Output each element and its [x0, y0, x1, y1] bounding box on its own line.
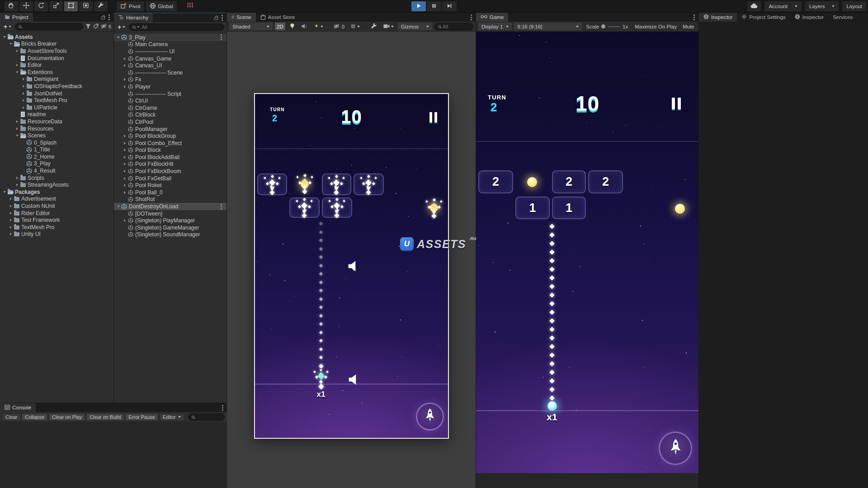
tree-item-pool-roket[interactable]: Pool Roket: [114, 182, 226, 189]
expand-arrow-icon[interactable]: [14, 120, 19, 123]
tree-item-2-home[interactable]: 2_Home: [0, 153, 113, 160]
expand-arrow-icon[interactable]: [122, 156, 127, 159]
kebab-menu-icon[interactable]: [693, 17, 695, 18]
expand-arrow-icon[interactable]: [122, 163, 127, 165]
expand-arrow-icon[interactable]: [21, 99, 26, 102]
expand-arrow-icon[interactable]: [122, 85, 127, 88]
tree-item-pool-ball-0[interactable]: Pool Ball_0: [114, 189, 226, 196]
kebab-menu-icon[interactable]: [108, 17, 110, 18]
console-clear-on-play-button[interactable]: Clear on Play: [49, 413, 85, 421]
expand-arrow-icon[interactable]: [8, 205, 13, 207]
tree-item-extentions[interactable]: Extentions: [0, 69, 113, 76]
tree-item-streamingassets[interactable]: StreamingAssets: [0, 181, 113, 188]
pause-playmode-button[interactable]: [427, 1, 441, 11]
tree-item-bricks-breaker[interactable]: Bricks Breaker: [0, 41, 113, 48]
expand-arrow-icon[interactable]: [2, 191, 7, 193]
expand-arrow-icon[interactable]: [14, 64, 19, 66]
tree-item-poolmanager[interactable]: PoolManager: [114, 126, 226, 133]
tab-console[interactable]: Console: [0, 403, 36, 412]
expand-arrow-icon[interactable]: [14, 177, 19, 179]
tab-services[interactable]: Services: [828, 13, 857, 22]
global-toggle-button[interactable]: Global: [146, 1, 177, 11]
tree-item-unity-ui[interactable]: Unity UI: [0, 231, 113, 238]
expand-arrow-icon[interactable]: [122, 184, 127, 187]
play-button[interactable]: [411, 1, 426, 11]
kebab-menu-icon[interactable]: [471, 17, 472, 18]
expand-arrow-icon[interactable]: [122, 177, 127, 180]
tab-asset-store[interactable]: Asset Store: [256, 13, 299, 22]
tool-custom-button[interactable]: [94, 1, 108, 11]
tree-item-dotween[interactable]: [DOTween]: [114, 210, 226, 217]
tool-hand-button[interactable]: [5, 1, 18, 11]
tree-item-ui[interactable]: ------------------ UI: [114, 48, 226, 55]
expand-arrow-icon[interactable]: [14, 71, 19, 73]
tab-hierarchy[interactable]: Hierarchy: [114, 13, 153, 22]
mute-audio-toggle[interactable]: Mute: [681, 23, 696, 30]
game-pause-button[interactable]: [672, 98, 681, 109]
lock-icon[interactable]: [101, 17, 105, 19]
expand-arrow-icon[interactable]: [8, 219, 13, 221]
step-button[interactable]: [442, 1, 457, 11]
expand-arrow-icon[interactable]: [8, 43, 13, 45]
console-clear-on-build-button[interactable]: Clear on Build: [86, 413, 124, 421]
hidden-count-button[interactable]: 6: [101, 23, 111, 31]
maximize-on-play-toggle[interactable]: Maximize On Play: [633, 23, 679, 30]
tree-item-custom-nunit[interactable]: Custom NUnit: [0, 202, 113, 210]
tab-scene[interactable]: # Scene: [227, 13, 256, 22]
tool-transform-button[interactable]: [79, 1, 93, 11]
toggle-2d-button[interactable]: 2D: [275, 23, 285, 30]
layout-dropdown[interactable]: Layout: [842, 1, 866, 11]
expand-arrow-icon[interactable]: [14, 50, 19, 52]
console-error-pause-button[interactable]: Error Pause: [125, 413, 158, 421]
expand-arrow-icon[interactable]: [8, 226, 13, 229]
console-clear-button[interactable]: Clear: [2, 413, 20, 421]
expand-arrow-icon[interactable]: [122, 57, 127, 60]
expand-arrow-icon[interactable]: [122, 142, 127, 145]
tab-inspector[interactable]: Inspector: [699, 13, 737, 22]
tree-item-dontdestroyonload[interactable]: DontDestroyOnLoad: [114, 203, 226, 210]
aspect-ratio-dropdown[interactable]: 9:16 (9:16): [514, 23, 582, 30]
cloud-services-button[interactable]: [747, 1, 761, 11]
tree-item-0-splash[interactable]: 0_Splash: [0, 139, 113, 146]
pivot-toggle-button[interactable]: Pivot: [117, 1, 144, 11]
expand-arrow-icon[interactable]: [116, 37, 121, 38]
tree-item-fx[interactable]: Fx: [114, 76, 226, 84]
effects-dropdown[interactable]: [312, 23, 325, 30]
console-editor-dropdown[interactable]: Editor: [160, 413, 184, 421]
rocket-button[interactable]: [659, 432, 692, 465]
tree-item-uiparticle[interactable]: UIParticle: [0, 104, 113, 111]
tab-project[interactable]: Project: [0, 13, 33, 22]
tool-scale-button[interactable]: [49, 1, 63, 11]
tree-item-ctrgame[interactable]: CtrGame: [114, 104, 226, 112]
tree-item-advertisement[interactable]: Advertisement: [0, 196, 113, 203]
expand-arrow-icon[interactable]: [122, 170, 127, 173]
tree-item-script[interactable]: ----------------- Script: [114, 90, 226, 98]
expand-arrow-icon[interactable]: [122, 78, 127, 81]
expand-arrow-icon[interactable]: [14, 183, 19, 186]
tree-item-1-title[interactable]: 1_Title: [0, 146, 113, 154]
search-by-label-icon[interactable]: [93, 23, 99, 31]
scene-lighting-toggle[interactable]: [288, 23, 297, 30]
tree-item-singleton-gamemanager[interactable]: (Singleton) GameManager: [114, 224, 226, 231]
tree-item-pool-blockgroup[interactable]: Pool BlockGroup: [114, 132, 226, 140]
tree-item-assetstoretools[interactable]: AssetStoreTools: [0, 47, 113, 55]
tree-item-packages[interactable]: Packages: [0, 188, 113, 196]
tree-item-player[interactable]: Player: [114, 83, 226, 90]
slider-knob[interactable]: [601, 24, 605, 28]
tree-item-test-framework[interactable]: Test Framework: [0, 216, 113, 224]
tab-game[interactable]: Game: [476, 13, 508, 22]
tree-item-3-play[interactable]: 3_Play: [114, 34, 226, 41]
expand-arrow-icon[interactable]: [14, 127, 19, 130]
display-dropdown[interactable]: Display 1: [478, 23, 512, 30]
expand-arrow-icon[interactable]: [116, 206, 121, 207]
tree-item-assets[interactable]: Assets: [0, 33, 113, 41]
expand-arrow-icon[interactable]: [21, 92, 26, 95]
tree-item-pool-combo-effect[interactable]: Pool Combo_Effect: [114, 140, 226, 147]
tab-inspector-2[interactable]: Inspector: [790, 13, 828, 22]
scene-camera-dropdown[interactable]: [382, 23, 396, 30]
tree-item-textmesh-pro[interactable]: TextMesh Pro: [0, 224, 113, 231]
hierarchy-search-input[interactable]: All: [129, 23, 224, 31]
console-collapse-button[interactable]: Collapse: [22, 413, 47, 421]
tree-item-resources[interactable]: Resources: [0, 125, 113, 132]
create-asset-button[interactable]: +: [2, 23, 13, 30]
